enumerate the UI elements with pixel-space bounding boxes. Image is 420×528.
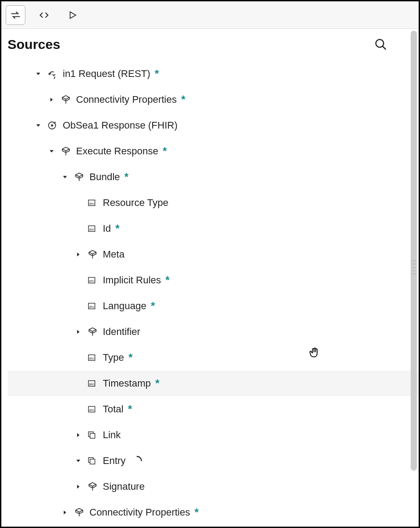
tree-node[interactable]: Link xyxy=(8,422,419,448)
tree-node-label: Implicit Rules xyxy=(103,274,161,286)
chevron-right-icon xyxy=(75,329,81,335)
tree-node[interactable]: Implicit Rules* xyxy=(8,267,419,293)
string-icon xyxy=(87,197,97,208)
string-icon xyxy=(87,352,97,363)
chevron-right-icon xyxy=(75,251,81,258)
scrollbar-track[interactable] xyxy=(411,31,417,525)
string-icon xyxy=(87,275,97,286)
string-icon xyxy=(87,404,97,415)
tree-node-label: Id xyxy=(103,223,111,234)
chevron-right-icon xyxy=(48,97,55,103)
collapse-toggle[interactable] xyxy=(33,121,43,130)
rest-icon xyxy=(47,69,57,79)
expand-toggle[interactable] xyxy=(73,327,83,337)
collapse-toggle[interactable] xyxy=(33,69,43,79)
tree-node-label: Connectivity Properties xyxy=(89,507,190,518)
string-icon xyxy=(87,301,97,311)
mapped-indicator-icon: * xyxy=(194,506,198,519)
mapped-indicator-icon: * xyxy=(151,300,155,312)
chevron-down-icon xyxy=(62,174,68,180)
expand-toggle[interactable] xyxy=(60,508,70,517)
tree-node-label: Resource Type xyxy=(103,197,169,209)
toolbar xyxy=(1,1,419,29)
object-icon xyxy=(87,481,97,492)
mapped-indicator-icon: * xyxy=(163,145,167,157)
tree-node[interactable]: Timestamp* xyxy=(8,371,419,396)
tree-node[interactable]: Id* xyxy=(8,216,419,242)
tree-node-label: Link xyxy=(103,429,121,441)
search-button[interactable] xyxy=(374,38,388,51)
tree-node[interactable]: Entry xyxy=(8,448,419,474)
content-scroll[interactable]: Sources in1 Request (REST)*Connectivity … xyxy=(1,29,419,527)
mapped-indicator-icon: * xyxy=(129,351,133,364)
tree-node[interactable]: Signature xyxy=(8,474,419,500)
chevron-right-icon xyxy=(75,484,81,490)
chevron-down-icon xyxy=(35,71,41,77)
mapped-indicator-icon: * xyxy=(155,68,159,80)
tree-node[interactable]: ObSea1 Response (FHIR) xyxy=(8,113,419,138)
run-button[interactable] xyxy=(63,5,82,25)
mapped-indicator-icon: * xyxy=(125,171,129,183)
scrollbar-thumb[interactable] xyxy=(411,31,417,471)
panel-header: Sources xyxy=(8,37,419,52)
tree-node[interactable]: Identifier xyxy=(8,319,419,345)
tree-node-label: in1 Request (REST) xyxy=(63,68,150,80)
tree-node[interactable]: Connectivity Properties* xyxy=(8,500,419,525)
tree-node[interactable]: Connectivity Properties* xyxy=(8,87,419,113)
sources-tree: in1 Request (REST)*Connectivity Properti… xyxy=(8,61,419,525)
object-icon xyxy=(73,507,84,518)
tree-node-label: Language xyxy=(103,300,146,312)
fhir-icon xyxy=(47,120,57,131)
tree-node-label: Bundle xyxy=(89,171,120,183)
tree-node[interactable]: Language* xyxy=(8,293,419,319)
collapse-toggle[interactable] xyxy=(73,456,83,466)
collapse-toggle[interactable] xyxy=(60,172,70,182)
expand-toggle[interactable] xyxy=(47,95,57,105)
page-title: Sources xyxy=(8,37,60,52)
chevron-right-icon xyxy=(75,432,81,438)
mapped-indicator-icon: * xyxy=(128,403,132,415)
scrollbar-grip-icon xyxy=(412,259,416,275)
mapped-indicator-icon: * xyxy=(115,222,119,235)
tree-node[interactable]: in1 Request (REST)* xyxy=(8,61,419,87)
mapped-indicator-icon: * xyxy=(181,93,185,106)
tree-node-label: Entry xyxy=(103,455,125,467)
code-icon xyxy=(38,9,50,21)
tree-node-label: Timestamp xyxy=(103,378,151,389)
chevron-down-icon xyxy=(75,458,81,464)
code-view-button[interactable] xyxy=(34,5,54,25)
array-icon xyxy=(87,455,97,466)
string-icon xyxy=(87,378,97,389)
main-panel: Sources in1 Request (REST)*Connectivity … xyxy=(1,29,419,527)
expand-toggle[interactable] xyxy=(73,430,83,440)
tree-node[interactable]: Total* xyxy=(8,396,419,422)
array-icon xyxy=(87,430,97,440)
tree-node-label: Connectivity Properties xyxy=(76,94,177,105)
expand-toggle[interactable] xyxy=(73,250,83,259)
object-icon xyxy=(87,249,97,260)
chevron-right-icon xyxy=(62,509,68,516)
tree-node[interactable]: Execute Response* xyxy=(8,138,419,164)
tree-node-label: Total xyxy=(103,403,123,415)
tree-node[interactable]: Resource Type xyxy=(8,190,419,216)
tree-node[interactable]: Meta xyxy=(8,242,419,267)
swap-view-button[interactable] xyxy=(6,5,25,25)
object-icon xyxy=(87,326,97,337)
tree-node-label: Execute Response xyxy=(76,145,158,157)
play-icon xyxy=(68,10,77,20)
string-icon xyxy=(87,223,97,234)
chevron-down-icon xyxy=(48,148,55,154)
tree-node[interactable]: Type* xyxy=(8,345,419,371)
mapped-indicator-icon: * xyxy=(166,274,170,286)
mapped-indicator-icon: * xyxy=(155,377,159,390)
tree-node-label: Meta xyxy=(103,249,125,260)
expand-toggle[interactable] xyxy=(73,482,83,492)
loading-spinner-icon xyxy=(132,455,142,466)
collapse-toggle[interactable] xyxy=(47,146,57,156)
tree-node-label: Signature xyxy=(103,481,145,492)
chevron-down-icon xyxy=(35,122,41,129)
object-icon xyxy=(73,172,84,182)
tree-node[interactable]: Bundle* xyxy=(8,164,419,190)
object-icon xyxy=(60,146,71,157)
svg-point-0 xyxy=(376,40,384,48)
